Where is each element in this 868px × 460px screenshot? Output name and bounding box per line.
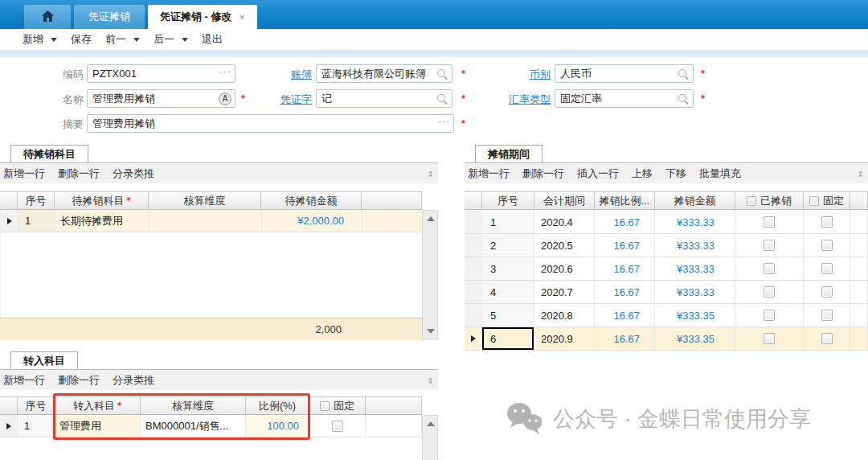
chevron-down-icon[interactable] [133, 38, 140, 42]
cell-seq[interactable]: 3 [482, 257, 534, 280]
voucher-word-link[interactable]: 凭证字 [259, 92, 312, 107]
amortized-header-checkbox[interactable] [747, 196, 756, 206]
fixed-header-checkbox[interactable] [809, 196, 819, 206]
lookup-ellipsis-icon[interactable]: ··· [438, 116, 450, 127]
cell-ratio[interactable]: 16.67 [595, 234, 655, 257]
batch-fill-button[interactable]: 批量填充 [699, 166, 741, 181]
tab-voucher-amortization-edit[interactable]: 凭证摊销 - 修改 × [148, 5, 257, 29]
fixed-checkbox[interactable] [821, 310, 833, 321]
cell-ratio[interactable]: 16.67 [595, 281, 655, 303]
delete-row-button[interactable]: 删除一行 [58, 373, 100, 388]
amortized-checkbox[interactable] [764, 240, 775, 251]
name-input[interactable] [88, 90, 235, 107]
cell-period[interactable]: 2020.4 [534, 211, 595, 233]
cell-amount[interactable]: ¥333.35 [655, 327, 735, 350]
menu-exit[interactable]: 退出 [202, 32, 223, 47]
add-row-button[interactable]: 新增一行 [3, 373, 45, 388]
fixed-checkbox[interactable] [821, 286, 833, 298]
row-indicator[interactable] [465, 281, 482, 303]
vertical-scrollbar[interactable] [422, 210, 438, 340]
fixed-header-checkbox[interactable] [320, 401, 330, 411]
lookup-ellipsis-icon[interactable]: ··· [219, 66, 231, 77]
scroll-down-icon[interactable] [427, 329, 435, 334]
tab-pending-accounts[interactable]: 待摊销科目 [10, 145, 88, 162]
tab-home[interactable] [24, 5, 71, 29]
currency-input[interactable] [555, 65, 693, 82]
cell-ratio[interactable]: 16.67 [595, 257, 655, 280]
search-icon[interactable] [678, 93, 689, 105]
fixed-checkbox[interactable] [821, 333, 833, 344]
cell-seq[interactable]: 4 [482, 281, 534, 303]
tab-transfer-accounts[interactable]: 转入科目 [10, 351, 78, 369]
search-icon[interactable] [436, 68, 448, 80]
amortized-checkbox[interactable] [764, 286, 775, 298]
search-icon[interactable] [678, 68, 689, 80]
cell-period[interactable]: 2020.8 [534, 304, 595, 327]
cell-seq[interactable]: 2 [482, 234, 534, 257]
cell-period[interactable]: 2020.7 [534, 281, 595, 303]
amortized-checkbox[interactable] [764, 216, 775, 228]
currency-link[interactable]: 币别 [476, 68, 551, 82]
cell-ratio[interactable]: 16.67 [595, 211, 655, 233]
cell-seq-focused[interactable]: 6 [482, 327, 534, 350]
chevron-down-icon[interactable] [182, 38, 188, 42]
chevron-down-icon[interactable] [51, 38, 57, 42]
cell-dimension[interactable] [149, 210, 262, 232]
cell-transfer-account[interactable]: 管理费用 [55, 415, 141, 437]
cell-amount[interactable]: ¥333.33 [655, 211, 735, 233]
code-input[interactable] [88, 65, 235, 82]
close-icon[interactable]: × [239, 11, 245, 23]
cell-pending-account[interactable]: 长期待摊费用 [55, 210, 149, 232]
voucher-word-input[interactable] [317, 90, 452, 107]
insert-row-button[interactable]: 插入一行 [577, 166, 619, 181]
entry-analogy-button[interactable]: 分录类推 [113, 373, 154, 388]
search-icon[interactable] [436, 93, 448, 105]
row-indicator[interactable] [465, 257, 482, 280]
menu-next[interactable]: 后一 [154, 32, 188, 47]
book-link[interactable]: 账簿 [259, 68, 312, 82]
entry-analogy-button[interactable]: 分录类推 [113, 166, 154, 181]
amortized-checkbox[interactable] [764, 310, 775, 321]
row-indicator[interactable] [465, 304, 482, 327]
delete-row-button[interactable]: 删除一行 [522, 166, 564, 181]
cell-dimension[interactable]: BM000001/销售... [141, 415, 246, 437]
cell-seq[interactable]: 1 [482, 211, 534, 233]
scroll-up-icon[interactable] [427, 421, 435, 426]
current-row-indicator[interactable] [465, 327, 482, 350]
scroll-up-icon[interactable] [427, 216, 435, 221]
add-row-button[interactable]: 新增一行 [3, 166, 45, 181]
rate-type-link[interactable]: 汇率类型 [476, 92, 551, 107]
move-up-button[interactable]: 上移 [632, 166, 653, 181]
amortized-checkbox[interactable] [764, 333, 775, 344]
rate-type-input[interactable] [555, 90, 693, 107]
cell-ratio[interactable]: 100.00 [246, 415, 309, 437]
fixed-checkbox[interactable] [821, 240, 833, 251]
cell-seq[interactable]: 1 [18, 415, 55, 437]
cell-amount[interactable]: ¥333.35 [655, 304, 735, 327]
book-input[interactable] [317, 65, 452, 82]
move-down-button[interactable]: 下移 [665, 166, 686, 181]
cell-period[interactable]: 2020.6 [534, 257, 595, 280]
cell-amount[interactable]: ¥333.33 [655, 234, 735, 257]
cell-seq[interactable]: 1 [18, 210, 55, 232]
cell-pending-amount[interactable]: ¥2,000.00 [262, 210, 362, 232]
cell-seq[interactable]: 5 [482, 304, 534, 327]
tab-amortization-period[interactable]: 摊销期间 [475, 145, 542, 162]
row-indicator[interactable] [465, 211, 482, 233]
menu-previous[interactable]: 前一 [105, 32, 140, 47]
row-indicator[interactable] [465, 234, 482, 257]
fixed-checkbox[interactable] [821, 263, 833, 274]
abstract-input[interactable] [88, 115, 453, 132]
fixed-checkbox[interactable] [821, 216, 833, 228]
multilanguage-icon[interactable]: A [219, 92, 231, 105]
current-row-indicator[interactable] [0, 415, 18, 437]
add-row-button[interactable]: 新增一行 [468, 166, 510, 181]
menu-save[interactable]: 保存 [71, 32, 92, 47]
delete-row-button[interactable]: 删除一行 [58, 166, 100, 181]
cell-period[interactable]: 2020.9 [534, 327, 595, 350]
cell-amount[interactable]: ¥333.33 [655, 281, 735, 303]
current-row-indicator[interactable] [1, 210, 18, 232]
cell-ratio[interactable]: 16.67 [595, 304, 655, 327]
vertical-scrollbar[interactable] [422, 415, 438, 460]
cell-period[interactable]: 2020.5 [534, 234, 595, 257]
